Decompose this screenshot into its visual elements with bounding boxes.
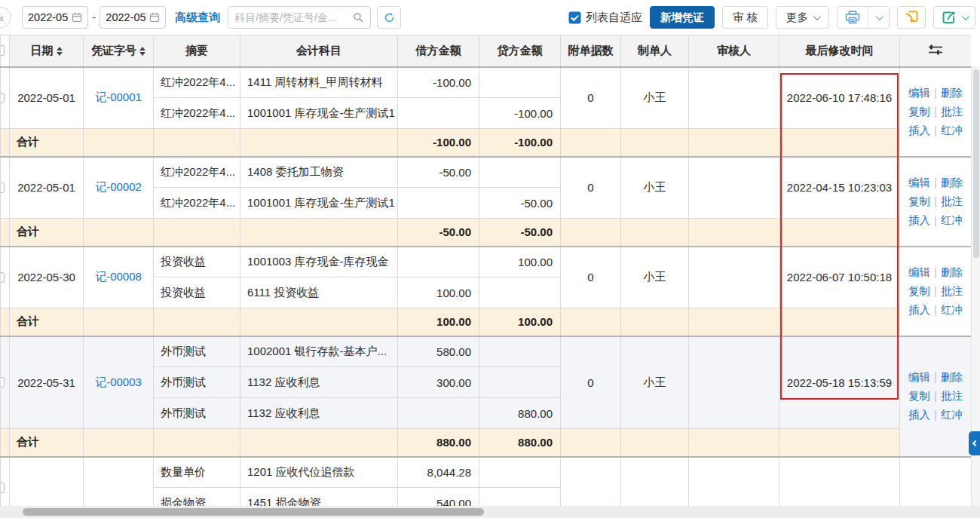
column-header-2[interactable]: 凭证字号: [84, 35, 154, 67]
total-credit-cell: -100.00: [479, 129, 561, 157]
action-link-2[interactable]: 删除: [941, 176, 963, 189]
voucher-date-cell: [10, 457, 84, 507]
sort-desc-icon: [57, 52, 63, 56]
sort-icon[interactable]: [57, 47, 63, 56]
voucher-number-link[interactable]: 记-00003: [95, 375, 142, 388]
total-label-cell: 合计: [10, 129, 84, 157]
action-link-5[interactable]: 插入: [908, 409, 930, 421]
row-select-cell: [1, 247, 10, 308]
debit-amount-cell: 580.00: [398, 336, 479, 367]
search-input[interactable]: [234, 11, 353, 23]
row-actions-cell: [900, 457, 972, 507]
credit-amount-cell: -50.00: [479, 188, 561, 219]
print-button[interactable]: [838, 7, 868, 28]
column-header-4: 会计科目: [240, 35, 398, 67]
voucher-number-cell: 记-00008: [84, 247, 154, 308]
action-link-3[interactable]: 复制: [908, 195, 930, 207]
more-button[interactable]: 更多: [776, 6, 829, 29]
row-checkbox-partial[interactable]: [1, 93, 5, 103]
row-checkbox-partial[interactable]: [1, 377, 5, 388]
action-link-2[interactable]: 删除: [941, 371, 963, 383]
date-to-picker[interactable]: 2022-05: [100, 6, 166, 29]
total-label-cell: 合计: [10, 219, 84, 247]
print-dropdown-button[interactable]: [868, 7, 889, 28]
row-checkbox-partial[interactable]: [1, 45, 5, 56]
voucher-number-link[interactable]: 记-00002: [95, 180, 142, 193]
action-link-3[interactable]: 复制: [908, 285, 930, 297]
summary-cell: 红冲2022年4...: [154, 67, 240, 98]
vertical-scrollbar-thumb[interactable]: [973, 69, 979, 258]
horizontal-scrollbar[interactable]: [0, 506, 980, 518]
action-link-6[interactable]: 红冲: [941, 214, 963, 226]
calendar-icon: [149, 12, 160, 23]
new-voucher-button[interactable]: 新增凭证: [650, 6, 715, 29]
horizontal-scrollbar-thumb[interactable]: [23, 508, 484, 516]
advanced-query-link[interactable]: 高级查询: [175, 11, 220, 25]
action-link-3[interactable]: 复制: [908, 106, 930, 118]
action-link-5[interactable]: 插入: [908, 304, 930, 316]
total-debit-cell: 880.00: [398, 429, 479, 457]
row-actions-cell: 编辑|删除复制|批注插入|红冲: [900, 247, 972, 336]
action-link-6[interactable]: 红冲: [941, 304, 963, 316]
checkbox-checked-icon[interactable]: [568, 11, 581, 24]
action-link-6[interactable]: 红冲: [941, 124, 963, 136]
audit-button[interactable]: 审 核: [722, 6, 768, 29]
autofit-label: 列表自适应: [586, 11, 642, 25]
action-link-5[interactable]: 插入: [908, 124, 930, 136]
action-link-line: 插入|红冲: [900, 211, 971, 230]
export-button[interactable]: [933, 6, 975, 29]
action-link-4[interactable]: 批注: [941, 106, 963, 118]
column-header-label: 最后修改时间: [806, 44, 874, 57]
total-empty-cell: [689, 308, 779, 336]
more-label: 更多: [786, 11, 808, 25]
autofit-checkbox-wrap[interactable]: 列表自适应: [568, 11, 642, 25]
refresh-button[interactable]: [377, 6, 401, 29]
action-link-6[interactable]: 红冲: [941, 409, 963, 421]
action-link-4[interactable]: 批注: [941, 285, 963, 297]
total-empty-cell: [779, 308, 900, 336]
total-empty-cell: [84, 129, 154, 157]
action-link-1[interactable]: 编辑: [908, 371, 930, 383]
column-settings-header[interactable]: [900, 35, 972, 67]
total-empty-cell: [561, 308, 621, 336]
row-checkbox-partial[interactable]: [1, 483, 5, 493]
account-cell: 6111 投资收益: [240, 277, 398, 308]
action-link-4[interactable]: 批注: [941, 390, 963, 402]
last-modified-cell: 2022-04-15 10:23:03: [779, 157, 900, 219]
row-checkbox-partial[interactable]: [1, 272, 5, 283]
action-link-1[interactable]: 编辑: [908, 87, 930, 99]
action-link-2[interactable]: 删除: [941, 266, 963, 278]
account-cell: 1408 委托加工物资: [240, 157, 398, 188]
action-link-4[interactable]: 批注: [941, 195, 963, 207]
import-arrow-icon: [904, 10, 919, 25]
column-header-label: 摘要: [185, 44, 208, 57]
row-actions-cell: 编辑|删除复制|批注插入|红冲: [900, 157, 972, 247]
date-from-picker[interactable]: 2022-05: [22, 6, 88, 29]
column-header-1[interactable]: 日期: [10, 35, 84, 67]
sort-icon[interactable]: [139, 47, 145, 56]
debit-amount-cell: [398, 247, 479, 277]
printer-icon: [845, 11, 860, 24]
column-header-10: 最后修改时间: [779, 35, 900, 67]
action-link-2[interactable]: 删除: [941, 87, 963, 99]
import-button[interactable]: [897, 6, 926, 29]
summary-cell: 外币测试: [154, 367, 240, 398]
action-link-line: 编辑|删除: [900, 84, 971, 103]
search-icon[interactable]: [353, 12, 364, 23]
voucher-number-link[interactable]: 记-00001: [95, 90, 142, 103]
action-link-1[interactable]: 编辑: [908, 176, 930, 189]
right-panel-expand-tab[interactable]: [969, 431, 980, 455]
voucher-number-link[interactable]: 记-00008: [95, 270, 142, 283]
action-link-3[interactable]: 复制: [908, 390, 930, 402]
toolbar: « 2022-05 - 2022-05 高级查询: [0, 0, 980, 35]
collapse-sidebar-button[interactable]: «: [0, 7, 11, 28]
action-link-5[interactable]: 插入: [908, 214, 930, 226]
column-settings-icon[interactable]: [926, 43, 945, 57]
credit-amount-cell: [479, 336, 561, 367]
credit-amount-cell: -100.00: [479, 98, 561, 129]
sort-asc-icon: [139, 47, 145, 51]
action-link-1[interactable]: 编辑: [908, 266, 930, 278]
credit-amount-cell: [479, 457, 561, 488]
row-checkbox-partial[interactable]: [1, 182, 5, 193]
column-header-label: 借方金额: [416, 44, 461, 57]
